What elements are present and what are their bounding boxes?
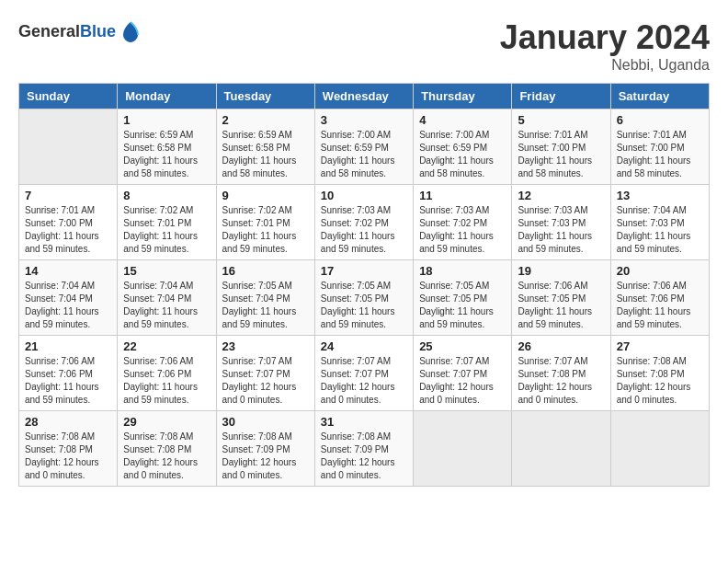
day-cell: 19Sunrise: 7:06 AMSunset: 7:05 PMDayligh… bbox=[512, 260, 610, 336]
logo-general-label: General bbox=[18, 22, 80, 40]
day-cell: 14Sunrise: 7:04 AMSunset: 7:04 PMDayligh… bbox=[19, 260, 118, 336]
day-number: 9 bbox=[222, 189, 309, 202]
day-cell bbox=[512, 411, 610, 487]
header-row: SundayMondayTuesdayWednesdayThursdayFrid… bbox=[19, 84, 710, 109]
day-info: Sunrise: 7:03 AMSunset: 7:02 PMDaylight:… bbox=[321, 204, 407, 256]
header-cell-thursday: Thursday bbox=[414, 84, 512, 109]
day-number: 7 bbox=[25, 189, 111, 202]
day-info: Sunrise: 7:07 AMSunset: 7:07 PMDaylight:… bbox=[419, 355, 506, 407]
day-number: 16 bbox=[222, 264, 309, 278]
day-number: 6 bbox=[617, 113, 703, 127]
header-cell-friday: Friday bbox=[512, 84, 610, 109]
day-cell: 13Sunrise: 7:04 AMSunset: 7:03 PMDayligh… bbox=[610, 185, 709, 260]
day-cell: 23Sunrise: 7:07 AMSunset: 7:07 PMDayligh… bbox=[216, 336, 314, 411]
day-info: Sunrise: 7:06 AMSunset: 7:06 PMDaylight:… bbox=[123, 355, 210, 407]
day-cell: 31Sunrise: 7:08 AMSunset: 7:09 PMDayligh… bbox=[314, 411, 413, 487]
day-number: 31 bbox=[321, 415, 407, 429]
day-info: Sunrise: 7:00 AMSunset: 6:59 PMDaylight:… bbox=[321, 129, 407, 180]
day-number: 4 bbox=[419, 113, 506, 127]
week-row-3: 14Sunrise: 7:04 AMSunset: 7:04 PMDayligh… bbox=[19, 260, 710, 336]
calendar-table: SundayMondayTuesdayWednesdayThursdayFrid… bbox=[18, 83, 710, 487]
header-cell-sunday: Sunday bbox=[19, 84, 118, 109]
day-cell: 30Sunrise: 7:08 AMSunset: 7:09 PMDayligh… bbox=[216, 411, 314, 487]
day-cell: 18Sunrise: 7:05 AMSunset: 7:05 PMDayligh… bbox=[414, 260, 512, 336]
day-info: Sunrise: 7:07 AMSunset: 7:07 PMDaylight:… bbox=[222, 355, 309, 407]
day-number: 20 bbox=[617, 264, 703, 278]
day-info: Sunrise: 6:59 AMSunset: 6:58 PMDaylight:… bbox=[222, 129, 309, 180]
day-cell: 5Sunrise: 7:01 AMSunset: 7:00 PMDaylight… bbox=[512, 109, 610, 185]
logo-text-general: GeneralBlue bbox=[18, 22, 116, 41]
day-number: 10 bbox=[321, 189, 407, 202]
header-cell-saturday: Saturday bbox=[610, 84, 709, 109]
day-number: 23 bbox=[222, 339, 309, 353]
day-cell: 27Sunrise: 7:08 AMSunset: 7:08 PMDayligh… bbox=[610, 336, 709, 411]
day-info: Sunrise: 7:06 AMSunset: 7:06 PMDaylight:… bbox=[617, 280, 703, 331]
day-number: 17 bbox=[321, 264, 407, 278]
day-info: Sunrise: 7:06 AMSunset: 7:06 PMDaylight:… bbox=[25, 355, 111, 407]
calendar-header: SundayMondayTuesdayWednesdayThursdayFrid… bbox=[19, 84, 710, 109]
day-number: 13 bbox=[617, 189, 703, 202]
day-number: 28 bbox=[25, 415, 111, 429]
day-cell: 2Sunrise: 6:59 AMSunset: 6:58 PMDaylight… bbox=[216, 109, 314, 185]
day-cell: 7Sunrise: 7:01 AMSunset: 7:00 PMDaylight… bbox=[19, 185, 118, 260]
month-year: January 2024 bbox=[500, 18, 710, 57]
week-row-2: 7Sunrise: 7:01 AMSunset: 7:00 PMDaylight… bbox=[19, 185, 710, 260]
logo-blue-label: Blue bbox=[80, 22, 116, 40]
day-cell: 17Sunrise: 7:05 AMSunset: 7:05 PMDayligh… bbox=[314, 260, 413, 336]
day-info: Sunrise: 7:01 AMSunset: 7:00 PMDaylight:… bbox=[518, 129, 604, 180]
day-number: 29 bbox=[123, 415, 210, 429]
day-cell: 26Sunrise: 7:07 AMSunset: 7:08 PMDayligh… bbox=[512, 336, 610, 411]
day-cell: 4Sunrise: 7:00 AMSunset: 6:59 PMDaylight… bbox=[414, 109, 512, 185]
day-cell: 9Sunrise: 7:02 AMSunset: 7:01 PMDaylight… bbox=[216, 185, 314, 260]
day-info: Sunrise: 6:59 AMSunset: 6:58 PMDaylight:… bbox=[123, 129, 210, 180]
week-row-4: 21Sunrise: 7:06 AMSunset: 7:06 PMDayligh… bbox=[19, 336, 710, 411]
day-number: 30 bbox=[222, 415, 309, 429]
day-number: 19 bbox=[518, 264, 604, 278]
day-cell: 12Sunrise: 7:03 AMSunset: 7:03 PMDayligh… bbox=[512, 185, 610, 260]
day-info: Sunrise: 7:05 AMSunset: 7:05 PMDaylight:… bbox=[321, 280, 407, 331]
day-number: 12 bbox=[518, 189, 604, 202]
day-info: Sunrise: 7:00 AMSunset: 6:59 PMDaylight:… bbox=[419, 129, 506, 180]
day-number: 2 bbox=[222, 113, 309, 127]
day-info: Sunrise: 7:07 AMSunset: 7:08 PMDaylight:… bbox=[518, 355, 604, 407]
day-info: Sunrise: 7:08 AMSunset: 7:08 PMDaylight:… bbox=[25, 431, 111, 482]
day-info: Sunrise: 7:01 AMSunset: 7:00 PMDaylight:… bbox=[617, 129, 703, 180]
day-cell bbox=[414, 411, 512, 487]
day-number: 11 bbox=[419, 189, 506, 202]
day-cell: 21Sunrise: 7:06 AMSunset: 7:06 PMDayligh… bbox=[19, 336, 118, 411]
day-info: Sunrise: 7:06 AMSunset: 7:05 PMDaylight:… bbox=[518, 280, 604, 331]
day-info: Sunrise: 7:02 AMSunset: 7:01 PMDaylight:… bbox=[222, 204, 309, 256]
day-cell: 22Sunrise: 7:06 AMSunset: 7:06 PMDayligh… bbox=[118, 336, 216, 411]
day-cell: 28Sunrise: 7:08 AMSunset: 7:08 PMDayligh… bbox=[19, 411, 118, 487]
day-info: Sunrise: 7:04 AMSunset: 7:03 PMDaylight:… bbox=[617, 204, 703, 256]
day-info: Sunrise: 7:03 AMSunset: 7:03 PMDaylight:… bbox=[518, 204, 604, 256]
day-info: Sunrise: 7:04 AMSunset: 7:04 PMDaylight:… bbox=[123, 280, 210, 331]
day-cell bbox=[19, 109, 118, 185]
day-number: 26 bbox=[518, 339, 604, 353]
header-cell-wednesday: Wednesday bbox=[314, 84, 413, 109]
day-number: 21 bbox=[25, 339, 111, 353]
day-number: 8 bbox=[123, 189, 210, 202]
day-info: Sunrise: 7:05 AMSunset: 7:04 PMDaylight:… bbox=[222, 280, 309, 331]
day-cell: 1Sunrise: 6:59 AMSunset: 6:58 PMDaylight… bbox=[118, 109, 216, 185]
day-cell: 8Sunrise: 7:02 AMSunset: 7:01 PMDaylight… bbox=[118, 185, 216, 260]
location: Nebbi, Uganda bbox=[500, 57, 710, 74]
day-number: 24 bbox=[321, 339, 407, 353]
day-cell: 29Sunrise: 7:08 AMSunset: 7:08 PMDayligh… bbox=[118, 411, 216, 487]
logo: GeneralBlue bbox=[18, 18, 143, 44]
day-number: 18 bbox=[419, 264, 506, 278]
day-number: 27 bbox=[617, 339, 703, 353]
day-cell: 24Sunrise: 7:07 AMSunset: 7:07 PMDayligh… bbox=[314, 336, 413, 411]
day-info: Sunrise: 7:05 AMSunset: 7:05 PMDaylight:… bbox=[419, 280, 506, 331]
day-number: 22 bbox=[123, 339, 210, 353]
day-info: Sunrise: 7:07 AMSunset: 7:07 PMDaylight:… bbox=[321, 355, 407, 407]
day-number: 1 bbox=[123, 113, 210, 127]
day-info: Sunrise: 7:08 AMSunset: 7:08 PMDaylight:… bbox=[617, 355, 703, 407]
day-cell: 25Sunrise: 7:07 AMSunset: 7:07 PMDayligh… bbox=[414, 336, 512, 411]
day-cell: 10Sunrise: 7:03 AMSunset: 7:02 PMDayligh… bbox=[314, 185, 413, 260]
day-cell: 16Sunrise: 7:05 AMSunset: 7:04 PMDayligh… bbox=[216, 260, 314, 336]
day-info: Sunrise: 7:08 AMSunset: 7:09 PMDaylight:… bbox=[321, 431, 407, 482]
day-number: 3 bbox=[321, 113, 407, 127]
day-info: Sunrise: 7:01 AMSunset: 7:00 PMDaylight:… bbox=[25, 204, 111, 256]
day-cell: 11Sunrise: 7:03 AMSunset: 7:02 PMDayligh… bbox=[414, 185, 512, 260]
